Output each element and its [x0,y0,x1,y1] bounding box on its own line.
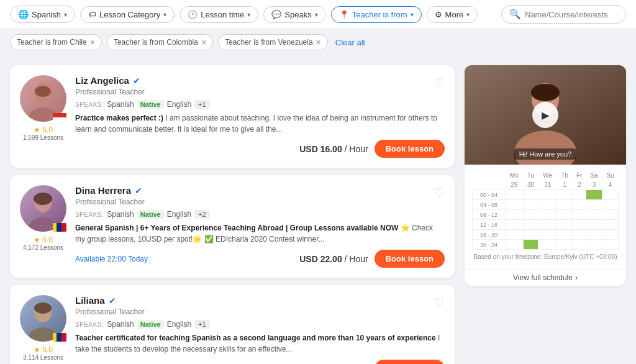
schedule-cell [523,190,538,200]
filter-teacher-from[interactable]: 📍 Teacher is from ▾ [331,6,422,23]
active-filters-bar: Teacher is from Chile × Teacher is from … [0,29,636,55]
teacher-name-row: Liz Angelica ✔ [75,75,445,86]
clear-all-button[interactable]: Clear all [335,38,365,47]
book-lesson-button[interactable]: Book lesson [375,140,445,158]
video-thumbnail: ▶ Hi! How are you? [465,65,626,165]
favorite-button[interactable]: ♡ [434,75,445,90]
time-slot-label: 20 - 24 [473,240,506,250]
speaks-row: SPEAKS: Spanish Native English +2 [75,210,445,219]
lessons-count: 3,114 Lessons [23,354,63,361]
schedule-cell [505,200,523,210]
rating-block: ★ 5.0 3,114 Lessons [23,345,63,361]
favorite-button[interactable]: ♡ [434,185,445,200]
table-row: ★ 5.0 3,114 Lessons Liliana ✔ Profession… [10,285,455,364]
time-slot-label: 00 - 04 [473,190,506,200]
schedule-cell [586,200,602,210]
filter-speaks-label: Speaks [284,10,311,19]
time-slot-label: 04 - 08 [473,200,506,210]
star-icon: ★ 5.0 [23,125,63,134]
chevron-down-icon: ▾ [247,11,250,18]
teacher-name: Dina Herrera [75,185,131,196]
search-input[interactable] [525,10,618,19]
schedule-cell [505,220,523,230]
lessons-count: 4,172 Lessons [23,244,63,251]
date-31: 31 [538,180,557,190]
book-lesson-button[interactable]: Book lesson [375,360,445,364]
day-header-fr: Fr [573,171,586,180]
chevron-down-icon: ▾ [64,11,67,18]
remove-colombia-tag[interactable]: × [201,37,206,47]
schedule-cell [538,220,557,230]
date-29: 29 [505,180,523,190]
table-row: ★ 5.0 4,172 Lessons Dina Herrera ✔ Profe… [10,175,455,278]
filter-spanish[interactable]: 🌐 Spanish ▾ [10,6,75,23]
speaks-label: SPEAKS: [75,321,104,328]
filter-more[interactable]: ⚙ More ▾ [427,6,478,23]
country-flag-colombia [53,333,66,342]
teacher-role: Professional Teacher [75,198,445,206]
teacher-info: Dina Herrera ✔ Professional Teacher SPEA… [75,185,445,268]
search-icon: 🔍 [509,9,521,20]
teacher-list: ★ 5.0 1,599 Lessons Liz Angelica ✔ Profe… [10,65,455,364]
schedule-cell [538,240,557,250]
book-lesson-button[interactable]: Book lesson [375,250,445,268]
country-flag-colombia [53,223,66,232]
filter-speaks[interactable]: 💬 Speaks ▾ [263,6,325,23]
speaks-row: SPEAKS: Spanish Native English +1 [75,100,445,109]
avatar-container [20,295,66,342]
schedule-cell [557,210,573,220]
schedule-cell [602,230,618,240]
schedule-cell [602,220,618,230]
teacher-avatar-section: ★ 5.0 4,172 Lessons [20,185,66,268]
date-1: 1 [557,180,573,190]
star-icon: ★ 5.0 [23,235,63,244]
extra-langs: +1 [194,320,210,329]
schedule-cell [602,210,618,220]
filter-tag-chile: Teacher is from Chile × [10,34,102,50]
filter-lesson-time[interactable]: 🕐 Lesson time ▾ [179,6,258,23]
rating-block: ★ 5.0 1,599 Lessons [23,125,63,141]
timezone-note: Based on your timezone: Europe/Kyiv (UTC… [472,253,619,260]
native-badge: Native [137,210,164,219]
schedule-cell [538,200,557,210]
remove-venezuela-tag[interactable]: × [316,37,321,47]
teacher-name: Liz Angelica [75,75,129,86]
view-schedule-link[interactable]: View full schedule › [465,269,626,286]
schedule-cell [586,210,602,220]
schedule-cell [586,230,602,240]
schedule-cell [505,230,523,240]
speaks-label: SPEAKS: [75,211,104,218]
date-2: 2 [573,180,586,190]
time-column-header [473,171,506,180]
chevron-down-icon: ▾ [163,11,166,18]
schedule-cell [573,210,586,220]
verified-icon: ✔ [133,76,140,86]
teacher-description: Teacher certificated for teaching Spanis… [75,332,445,355]
schedule-cell [505,240,523,250]
favorite-button[interactable]: ♡ [434,295,445,310]
verified-icon: ✔ [109,296,116,306]
description-highlight: Teacher certificated for teaching Spanis… [75,334,436,342]
schedule-cell [573,220,586,230]
svg-point-2 [35,86,51,97]
price-value: USD 22.00 [299,254,342,264]
remove-chile-tag[interactable]: × [90,37,95,47]
star-icon: ★ 5.0 [23,345,63,354]
schedule-cell [538,210,557,220]
schedule-cell [573,240,586,250]
svg-point-13 [531,84,560,101]
chevron-down-icon: ▾ [466,11,470,18]
lang-spanish: Spanish [107,210,134,219]
schedule-cell [586,240,602,250]
filter-tag-chile-label: Teacher is from Chile [17,38,87,47]
filter-tag-venezuela-label: Teacher is from Venezuela [225,38,312,47]
schedule-cell [602,240,618,250]
description-highlight: Practice makes perfect :) [75,114,163,122]
schedule-cell [523,200,538,210]
teacher-role: Professional Teacher [75,307,445,316]
filter-lesson-category[interactable]: 🏷 Lesson Category ▾ [80,6,175,23]
schedule-cell [505,210,523,220]
table-row: ★ 5.0 1,599 Lessons Liz Angelica ✔ Profe… [10,65,455,168]
avatar-container [20,75,66,122]
play-button[interactable]: ▶ [532,102,558,128]
